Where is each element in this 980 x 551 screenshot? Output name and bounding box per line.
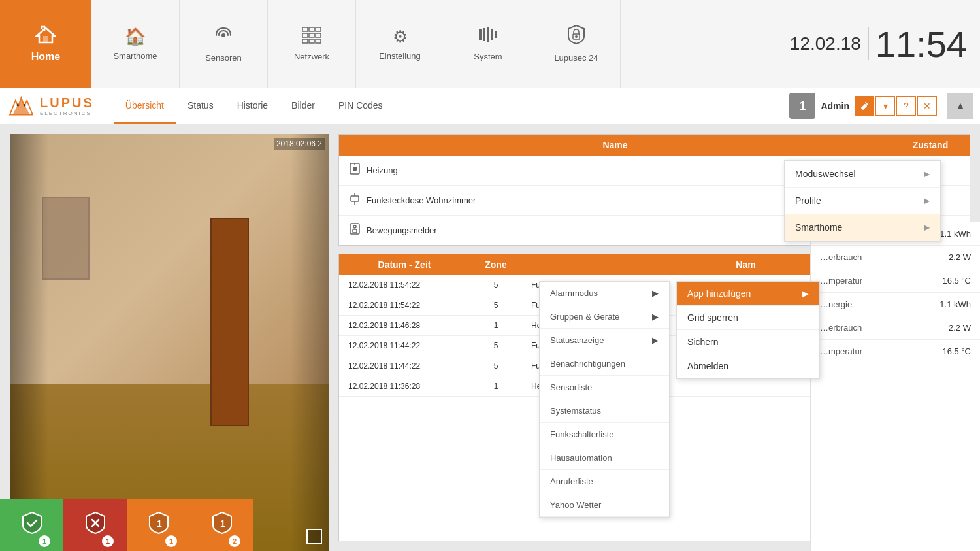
status-name-0: Heizung [367,165,398,175]
svg-rect-0 [43,36,48,42]
nav-netzwerk-button[interactable]: Netzwerk [268,0,356,88]
ctx-statusanzeige[interactable]: Statusanzeige ▶ [540,329,669,352]
main-content: 2018:02:06 2 Name Zustand Heizung [0,124,980,551]
event-th-zone: Zone [470,254,522,275]
nav-netzwerk-label: Netzwerk [294,52,329,61]
energy-row-5: …mperatur 16.5 °C [811,340,980,363]
dropdown-app-hinzufugen-arrow: ▶ [802,288,809,299]
status-btn-3[interactable]: 1 2 [190,499,253,551]
dropdown-abmelden[interactable]: Abmelden [677,354,819,378]
ctx-statusanzeige-arrow: ▶ [652,335,659,345]
dropdown-smarthome[interactable]: Smarthome ▶ [785,214,940,241]
energy-label-2: …mperatur [820,276,862,286]
nav-home-label: Home [31,51,60,63]
ctx-alarmmodus[interactable]: Alarmmodus ▶ [540,282,669,305]
nav-system-button[interactable]: System [444,0,532,88]
subnav-status[interactable]: Status [176,88,225,124]
energy-row-2: …mperatur 16.5 °C [811,269,980,293]
svg-rect-4 [316,27,321,31]
nav-einstellung-button[interactable]: ⚙ Einstellung [356,0,444,88]
device-icon-1 [348,192,361,209]
shield-x-icon [84,511,107,539]
ctx-yahoo-wetter[interactable]: Yahoo Wetter [540,493,669,517]
nav-lupusec24-button[interactable]: Lupusec 24 [532,0,621,88]
ctx-gruppen-gerate[interactable]: Gruppen & Geräte ▶ [540,305,669,329]
ctx-funkschalterliste-label: Funkschalterliste [550,429,614,439]
status-btn-2[interactable]: 1 1 [127,499,190,551]
event-zone-2: 1 [470,316,522,335]
dropdown-sichern-label: Sichern [687,337,718,347]
svg-point-1 [221,33,225,37]
datetime-separator [868,27,869,60]
ctx-alarmmodus-label: Alarmmodus [550,288,598,298]
sub-nav-controls: ▾ ? ✕ [855,96,937,116]
energy-row-3: …nergie 1.1 kWh [811,293,980,316]
dropdown-smarthome-arrow: ▶ [924,223,930,232]
event-zone-1: 5 [470,295,522,315]
edit-button[interactable] [855,96,874,116]
subnav-bilder[interactable]: Bilder [280,88,327,124]
status-btn-1[interactable]: 1 [63,499,127,551]
dropdown-sichern[interactable]: Sichern [677,330,819,354]
nav-sensoren-button[interactable]: Sensoren [180,0,268,88]
collapse-button[interactable]: ▲ [947,93,973,119]
shield-1-icon: 1 [147,511,171,539]
logo-lupus: LUPUS [40,95,94,110]
logo: LUPUS ELECTRONICS [7,95,94,118]
event-zone-4: 5 [470,356,522,376]
svg-point-29 [353,225,356,228]
subnav-ubersicht[interactable]: Übersicht [114,88,176,124]
status-btn-0[interactable]: 1 [0,499,63,551]
dropdown-profile[interactable]: Profile ▶ [785,188,940,214]
svg-point-21 [24,104,26,107]
energy-value-0: 1.1 kWh [939,229,971,239]
ctx-benachrichtigungen[interactable]: Benachrichtigungen [540,352,669,376]
subnav-historie[interactable]: Historie [225,88,280,124]
sub-nav-links: Übersicht Status Historie Bilder PIN Cod… [114,88,395,124]
ctx-hausautomation[interactable]: Hausautomation [540,446,669,470]
ctx-benachrichtigungen-label: Benachrichtigungen [550,359,625,369]
room-door [210,218,249,426]
energy-label-3: …nergie [820,299,852,309]
nav-smarthome-button[interactable]: 🏠 Smarthome [91,0,180,88]
help-button[interactable]: ? [896,96,916,116]
einstellung-icon: ⚙ [393,27,408,47]
logo-text-block: LUPUS ELECTRONICS [40,95,94,116]
device-icon-0 [348,162,361,178]
dropdown-main-menu: Moduswechsel ▶ Profile ▶ Smarthome ▶ [784,160,941,242]
svg-rect-13 [487,27,489,42]
nav-lupusec24-label: Lupusec 24 [554,53,598,63]
bottom-status-bar: 1 1 1 1 1 2 [0,499,319,551]
status-badge-3: 2 [229,535,240,547]
energy-row-4: …erbrauch 2.2 W [811,316,980,340]
status-badge-0: 1 [39,535,50,547]
energy-value-2: 16.5 °C [942,276,971,286]
dropdown-app-hinzufugen[interactable]: App hinzufügen ▶ [677,282,819,306]
ctx-yahoo-wetter-label: Yahoo Wetter [550,500,601,510]
ctx-sensorliste[interactable]: Sensorliste [540,376,669,399]
close-button[interactable]: ✕ [917,96,937,116]
nav-smarthome-label: Smarthome [113,51,157,61]
ctx-systemstatus[interactable]: Systemstatus [540,399,669,423]
dropdown-button[interactable]: ▾ [875,96,895,116]
energy-value-3: 1.1 kWh [939,299,971,309]
svg-point-20 [17,104,20,107]
status-th-status: Zustand [891,135,970,156]
camera-feed [10,134,329,551]
ctx-statusanzeige-label: Statusanzeige [550,335,604,345]
subnav-pincodes[interactable]: PIN Codes [327,88,395,124]
ctx-anruferliste[interactable]: Anruferliste [540,470,669,493]
dropdown-grid-sperren[interactable]: Grid sperren [677,306,819,330]
dropdown-moduswechsel[interactable]: Moduswechsel ▶ [785,161,940,188]
energy-panel: …nergie 1.1 kWh …erbrauch 2.2 W …mperatu… [810,222,980,551]
energy-row-1: …erbrauch 2.2 W [811,246,980,269]
device-icon-2 [348,222,361,239]
dropdown-abmelden-label: Abmelden [687,361,728,371]
svg-rect-2 [302,27,308,31]
lupusec24-icon [568,25,585,49]
svg-rect-9 [309,39,314,43]
ctx-funkschalterliste[interactable]: Funkschalterliste [540,423,669,446]
shield-2-icon: 1 [210,511,234,539]
camera-timestamp: 2018:02:06 2 [274,138,325,150]
nav-home-button[interactable]: Home [0,0,91,88]
